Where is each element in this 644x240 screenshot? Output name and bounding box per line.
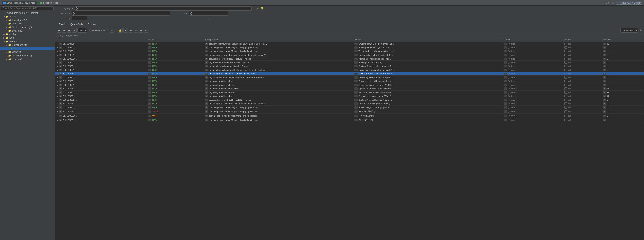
expand-icon[interactable]: ▶ xyxy=(56,76,58,79)
expand-icon[interactable]: ▶ xyxy=(56,110,58,112)
expand-icon[interactable]: ▶ xyxy=(56,119,58,121)
sidebar-item-admin-collections[interactable]: ▶ 📁 Collections (0) xyxy=(0,18,55,22)
edit-icon[interactable]: ✎ xyxy=(134,28,138,33)
msg-type-icon: T xyxy=(354,91,358,94)
table-row[interactable]: ▶ ⊞ 5d312f3931f... T INFO T org.mongodb.… xyxy=(55,87,644,91)
col-source[interactable]: source xyxy=(502,37,563,42)
table-row[interactable]: ▶ ⊞ 5d312f3931ff... T INFO T org.springf… xyxy=(55,72,644,76)
expand-icon[interactable]: ▶ xyxy=(56,65,58,67)
col-level[interactable]: ↕ level xyxy=(146,37,204,42)
expand-icon[interactable]: ▶ xyxy=(56,95,58,97)
last-page-button[interactable]: ⏭ xyxy=(72,28,77,33)
table-row[interactable]: ▶ ⊞ 5d312f3429... T INFO T org.springfra… xyxy=(55,42,644,46)
table-row[interactable]: ▶ ⊞ 5d312f3731f... T INFO T com.megatron… xyxy=(55,46,644,49)
skip-input[interactable] xyxy=(72,16,87,21)
query-info-icon[interactable]: 💡 xyxy=(261,7,264,10)
expand-icon[interactable]: ▶ xyxy=(56,61,58,64)
expand-icon[interactable]: ▶ xyxy=(56,99,58,101)
lock-icon[interactable]: 🔒 xyxy=(118,28,123,33)
star-icon[interactable]: ☆ xyxy=(611,1,615,5)
table-row[interactable]: ▶ ⊞ 5d312f3931f... T INFO T org.mongodb.… xyxy=(55,94,644,98)
col-loggername[interactable]: ↕ loggerName xyxy=(203,37,353,42)
tab-megatron-log[interactable]: megatron > log ✕ xyxy=(38,1,63,5)
expand-icon[interactable]: ▶ xyxy=(56,43,58,45)
table-row[interactable]: ▶ ⊞ 5d312f3831f... T INFO T org.apache.c… xyxy=(55,57,644,61)
col-id[interactable]: ↕ _id xyxy=(55,37,146,42)
query-toggle-arrow[interactable]: ▲ xyxy=(72,8,74,10)
sidebar-item-log[interactable]: ▶ log xyxy=(0,47,55,50)
expand-icon[interactable]: ▶ xyxy=(56,80,58,82)
table-row[interactable]: ▶ ⊞ 5d312f3731f... T INFO T com.megatron… xyxy=(55,49,644,53)
tab-result[interactable]: Result xyxy=(56,22,68,27)
col-marker[interactable]: marker xyxy=(563,37,601,42)
sidebar-item-admin-views[interactable]: ▶ 📁 Views (0) xyxy=(0,22,55,25)
query-copy-icon[interactable]: ⧉ xyxy=(254,7,255,10)
table-row[interactable]: ▶ ⊞ 5d312f3931f... T WARN T com.megatron… xyxy=(55,114,644,118)
table-row[interactable]: ▶ ⊞ 5d312f3931f... T ERROR T com.megatro… xyxy=(55,109,644,114)
query-input[interactable] xyxy=(75,6,252,11)
expand-icon[interactable]: ▶ xyxy=(56,73,58,75)
tab-query-code[interactable]: Query Code xyxy=(68,22,86,27)
cell-level: T INFO xyxy=(146,68,204,72)
page-size-select[interactable]: 100 50 25 xyxy=(78,28,87,33)
tab-close-icon[interactable]: ✕ xyxy=(60,2,62,4)
expand-icon[interactable]: ▶ xyxy=(56,84,58,86)
sidebar-item-megatron[interactable]: ▼ 📁 megatron xyxy=(0,40,55,43)
refresh-button[interactable]: ↻ xyxy=(110,28,114,33)
sidebar-item-admin-system[interactable]: ▶ 📁 System (1) xyxy=(0,29,55,33)
expand-icon[interactable]: ▶ xyxy=(56,54,58,56)
table-row[interactable]: ▶ ⊞ 5d312f3931f... T INFO T org.springfr… xyxy=(55,102,644,106)
table-row[interactable]: ▶ ⊞ 5d312f3831f... T INFO T org.apache.c… xyxy=(55,64,644,68)
grid-icon[interactable]: ⊞ xyxy=(124,28,128,33)
expand-icon[interactable]: ▶ xyxy=(56,91,58,94)
sort-input[interactable] xyxy=(189,11,228,16)
table-row[interactable]: ▶ ⊞ 5d312f3831f... T INFO T org.springfr… xyxy=(55,53,644,57)
next-page-button[interactable]: ▶ xyxy=(67,28,71,33)
add-icon[interactable]: ⊕ xyxy=(128,28,133,33)
sidebar-item-megatron-gridfs[interactable]: ▶ 📁 GridFS Buckets (0) xyxy=(0,54,55,57)
table-row[interactable]: ▶ ⊞ 5d312f3931f... T INFO T org.mongodb.… xyxy=(55,79,644,83)
sidebar-item-admin-db[interactable]: ▼ 📁 admin xyxy=(0,15,55,18)
delete-icon[interactable]: ⊗ xyxy=(144,28,148,33)
expand-icon[interactable]: ▶ xyxy=(56,88,58,90)
table-row[interactable]: ▶ ⊞ 5d312f3931f... T INFO T org.mongodb.… xyxy=(55,83,644,87)
clone-icon[interactable]: ⊟ xyxy=(139,28,143,33)
sidebar-item-megatron-system[interactable]: ▶ 📁 System (0) xyxy=(0,57,55,61)
visual-query-button[interactable]: 👁 Visual Query Builder xyxy=(616,1,642,5)
sidebar-item-megatron-collections[interactable]: ▼ 📁 Collections (1) xyxy=(0,43,55,47)
table-row[interactable]: ▶ ⊞ 5d312f3931f... T INFO T org.mongodb.… xyxy=(55,91,644,94)
sidebar-item-admin-gridfs[interactable]: ▶ 📁 GridFS Buckets (0) xyxy=(0,25,55,29)
table-row[interactable]: ▶ ⊞ 5d312f3831f... T INFO T org.apache.c… xyxy=(55,68,644,72)
tab-explain[interactable]: Explain xyxy=(86,22,98,27)
table-row[interactable]: ▶ ⊞ 5d312f3931f... T INFO T org.apache.c… xyxy=(55,98,644,102)
expand-icon[interactable]: ▶ xyxy=(56,47,58,49)
first-page-button[interactable]: ⏮ xyxy=(56,28,61,33)
expand-icon[interactable]: ▶ xyxy=(56,50,58,52)
sidebar-item-admin-server[interactable]: ▼ ⬛ admin localhost:27017 [direct] xyxy=(0,11,55,15)
projection-input[interactable] xyxy=(72,11,170,16)
query-run-icon[interactable]: ▶▾ xyxy=(256,7,260,10)
table-settings-button[interactable]: ⚙ xyxy=(639,28,642,32)
expand-icon[interactable]: ▶ xyxy=(56,103,58,105)
sidebar-item-config[interactable]: ▶ 📁 config xyxy=(0,33,55,36)
expand-icon[interactable]: ▶ xyxy=(56,69,58,71)
expand-icon[interactable]: ▶ xyxy=(56,58,58,60)
expand-icon[interactable]: ▶ xyxy=(56,106,58,108)
view-select[interactable]: Table View Tree View JSON View xyxy=(620,28,638,33)
expand-icon[interactable]: ▶ xyxy=(56,115,58,117)
src-type-icon: { } xyxy=(504,95,507,97)
table-row[interactable]: ▶ ⊞ 5d312f3931f... T INFO T com.megatron… xyxy=(55,118,644,122)
refresh-icon[interactable]: ⟳▾ xyxy=(605,1,610,5)
logger-value: org.springframework.boot.web.embedded.to… xyxy=(209,54,267,56)
cell-threadid: ⊞ 31 xyxy=(601,94,644,98)
sidebar-item-local[interactable]: ▶ 📁 local xyxy=(0,36,55,40)
table-row[interactable]: ▶ ⊞ 5d312f3931f... T INFO T org.springfr… xyxy=(55,76,644,79)
col-threadid[interactable]: threadId xyxy=(601,37,644,42)
search-input[interactable] xyxy=(1,6,54,10)
table-row[interactable]: ▶ ⊞ 5d312f3931f... T INFO T com.megatron… xyxy=(55,106,644,109)
table-row[interactable]: ▶ ⊞ 5d312f3831f... T INFO T org.apache.c… xyxy=(55,61,644,64)
sidebar-item-megatron-views[interactable]: ▶ 📁 Views (0) xyxy=(0,50,55,54)
tab-admin-direct[interactable]: admin localhost:27017 [direct] xyxy=(2,1,37,5)
col-message[interactable]: message xyxy=(353,37,502,42)
prev-page-button[interactable]: ◀ xyxy=(62,28,66,33)
